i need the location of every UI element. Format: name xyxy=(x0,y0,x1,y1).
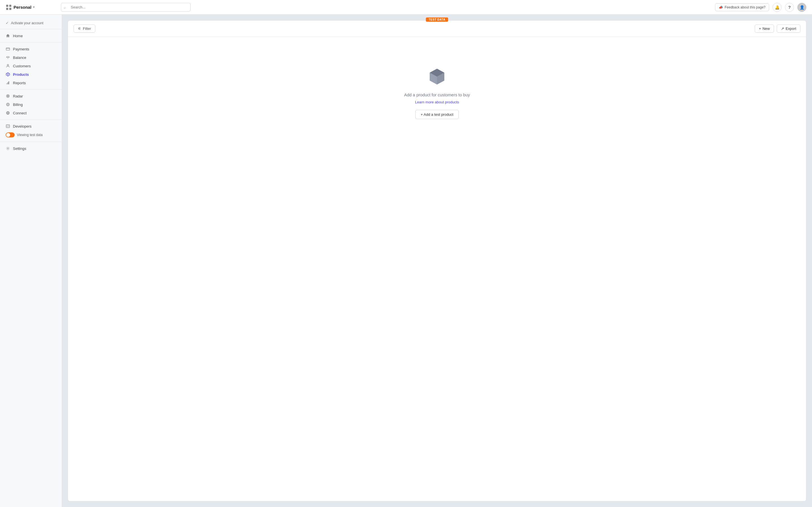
plus-icon-new: + xyxy=(759,26,761,31)
balance-icon xyxy=(6,55,10,60)
connect-icon xyxy=(6,111,10,115)
test-data-badge: TEST DATA xyxy=(426,17,448,22)
billing-label: Billing xyxy=(13,103,23,107)
sidebar-divider-2 xyxy=(0,42,62,43)
avatar-icon: 👤 xyxy=(800,5,804,10)
sidebar-divider-3 xyxy=(0,89,62,90)
content-area: TEST DATA ⚟ Filter + New ↗ Export xyxy=(62,15,812,507)
add-test-label: + Add a test product xyxy=(421,112,453,117)
sidebar-item-reports[interactable]: Reports xyxy=(0,78,62,87)
sidebar-item-settings[interactable]: Settings xyxy=(0,144,62,153)
settings-icon xyxy=(6,146,10,151)
customers-label: Customers xyxy=(13,64,31,68)
brand-logo[interactable]: Personal ▾ xyxy=(6,4,56,10)
empty-state: Add a product for customers to buy Learn… xyxy=(68,37,806,150)
reports-icon xyxy=(6,80,10,85)
home-icon xyxy=(6,34,10,38)
topbar-right: 📣 Feedback about this page? 🔔 ? 👤 xyxy=(715,3,806,12)
balance-label: Balance xyxy=(13,55,26,60)
feedback-button[interactable]: 📣 Feedback about this page? xyxy=(715,3,769,11)
sidebar-item-connect[interactable]: Connect xyxy=(0,109,62,117)
topbar: Personal ▾ ⌕ 📣 Feedback about this page?… xyxy=(0,0,812,15)
svg-point-11 xyxy=(8,96,8,96)
filter-icon: ⚟ xyxy=(78,26,81,31)
billing-icon xyxy=(6,102,10,107)
products-label: Products xyxy=(13,72,29,76)
toolbar-right: + New ↗ Export xyxy=(755,24,801,33)
filter-label: Filter xyxy=(83,26,91,31)
sidebar: ✓ Activate your account Home Payments Ba… xyxy=(0,15,62,507)
connect-label: Connect xyxy=(13,111,27,115)
reports-label: Reports xyxy=(13,81,26,85)
sidebar-item-radar[interactable]: Radar xyxy=(0,92,62,100)
help-button[interactable]: ? xyxy=(785,3,794,12)
brand-chevron: ▾ xyxy=(33,5,35,9)
new-button[interactable]: + New xyxy=(755,24,774,33)
sidebar-divider-4 xyxy=(0,119,62,120)
test-data-label: Viewing test data xyxy=(17,133,43,137)
svg-rect-1 xyxy=(9,4,11,6)
radar-icon xyxy=(6,94,10,98)
sidebar-item-balance[interactable]: Balance xyxy=(0,53,62,62)
learn-more-link[interactable]: Learn more about products xyxy=(415,100,459,104)
sidebar-item-developers[interactable]: Developers xyxy=(0,122,62,130)
filter-button[interactable]: ⚟ Filter xyxy=(73,24,95,33)
brand-name: Personal xyxy=(13,5,31,10)
sidebar-item-activate[interactable]: ✓ Activate your account xyxy=(0,19,62,27)
products-icon xyxy=(6,72,10,76)
bell-icon: 🔔 xyxy=(775,5,779,10)
empty-title: Add a product for customers to buy xyxy=(404,93,470,97)
radar-label: Radar xyxy=(13,94,23,98)
svg-point-5 xyxy=(7,64,8,66)
sidebar-item-payments[interactable]: Payments xyxy=(0,45,62,53)
customers-icon xyxy=(6,64,10,68)
new-label: New xyxy=(762,26,770,31)
main-layout: ✓ Activate your account Home Payments Ba… xyxy=(0,15,812,507)
svg-rect-0 xyxy=(6,4,8,6)
activate-label: Activate your account xyxy=(11,21,43,25)
search-container: ⌕ xyxy=(61,3,191,11)
brand-icon xyxy=(6,4,12,10)
svg-rect-8 xyxy=(8,81,9,84)
svg-rect-4 xyxy=(6,48,10,50)
product-empty-icon xyxy=(428,68,446,87)
svg-point-13 xyxy=(7,104,8,105)
svg-rect-2 xyxy=(6,8,8,10)
svg-point-16 xyxy=(7,148,8,149)
search-icon: ⌕ xyxy=(64,5,66,9)
developers-label: Developers xyxy=(13,124,32,128)
sidebar-item-home[interactable]: Home xyxy=(0,32,62,40)
sidebar-item-customers[interactable]: Customers xyxy=(0,62,62,70)
svg-rect-3 xyxy=(9,8,11,10)
svg-point-12 xyxy=(6,103,10,106)
export-label: Export xyxy=(785,26,796,31)
check-icon: ✓ xyxy=(6,21,9,25)
export-arrow-icon: ↗ xyxy=(781,26,784,31)
search-input[interactable] xyxy=(61,3,191,11)
add-test-product-button[interactable]: + Add a test product xyxy=(415,110,459,119)
test-data-toggle[interactable]: Viewing test data xyxy=(0,130,62,139)
user-avatar[interactable]: 👤 xyxy=(797,3,806,12)
export-button[interactable]: ↗ Export xyxy=(777,24,801,33)
payments-icon xyxy=(6,47,10,51)
home-label: Home xyxy=(13,34,23,38)
feedback-label: Feedback about this page? xyxy=(725,5,765,9)
megaphone-icon: 📣 xyxy=(719,5,723,9)
help-icon: ? xyxy=(788,5,791,10)
svg-rect-7 xyxy=(7,82,8,84)
toggle-switch[interactable] xyxy=(6,132,15,137)
developers-icon xyxy=(6,124,10,128)
products-card: TEST DATA ⚟ Filter + New ↗ Export xyxy=(68,20,806,501)
payments-label: Payments xyxy=(13,47,29,51)
sidebar-item-billing[interactable]: Billing xyxy=(0,100,62,109)
card-toolbar: ⚟ Filter + New ↗ Export xyxy=(68,20,806,37)
settings-label: Settings xyxy=(13,147,26,151)
sidebar-item-products[interactable]: Products xyxy=(0,70,62,78)
notifications-button[interactable]: 🔔 xyxy=(772,3,781,12)
svg-rect-6 xyxy=(6,83,7,84)
